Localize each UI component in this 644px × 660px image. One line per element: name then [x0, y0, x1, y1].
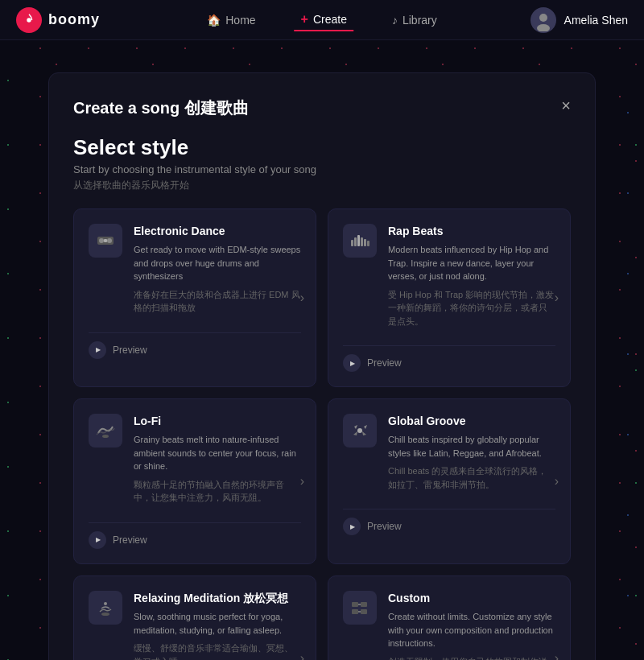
svg-rect-8: [104, 239, 107, 242]
style-card-electronic-dance[interactable]: Electronic Dance Get ready to move with …: [73, 208, 316, 387]
nav-home-label: Home: [225, 14, 255, 27]
preview-label-global-groove: Preview: [367, 521, 402, 532]
style-grid: Electronic Dance Get ready to move with …: [73, 208, 571, 660]
card-desc-custom: Create without limits. Customize any sty…: [388, 610, 555, 650]
style-card-global-groove[interactable]: Global Groove Chill beats inspired by gl…: [328, 398, 571, 564]
preview-button-global-groove[interactable]: [343, 518, 361, 535]
nav-library-label: Library: [402, 14, 437, 27]
card-title-custom: Custom: [388, 591, 555, 605]
nav-library[interactable]: ♪ Library: [386, 10, 444, 30]
svg-point-7: [107, 238, 112, 243]
dialog-title: Create a song 创建歌曲: [73, 97, 249, 119]
preview-label-rap-beats: Preview: [367, 357, 402, 369]
card-top: Relaxing Meditation 放松冥想 Slow, soothing …: [89, 591, 301, 660]
avatar: [530, 7, 556, 33]
svg-rect-10: [354, 237, 357, 246]
card-title-lo-fi: Lo-Fi: [134, 414, 301, 428]
create-plus-icon: +: [301, 12, 308, 27]
card-title-relaxing-meditation: Relaxing Meditation 放松冥想: [134, 591, 301, 605]
card-desc-lo-fi: Grainy beats melt into nature-infused am…: [134, 433, 301, 473]
library-icon: ♪: [392, 14, 398, 27]
card-desc-cn-lo-fi: 颗粒感十足的节拍融入自然的环境声音中，让您集中注意力，风雨无阻。: [134, 478, 301, 505]
card-preview-lo-fi: Preview: [89, 522, 301, 549]
arrow-icon: ›: [555, 651, 559, 660]
logo-icon: [16, 7, 42, 33]
card-top: Rap Beats Modern beats influenced by Hip…: [343, 224, 555, 328]
card-preview-electronic-dance: Preview: [89, 332, 301, 359]
dialog-header: Create a song 创建歌曲 ×: [73, 97, 571, 119]
nav-create[interactable]: + Create: [295, 9, 353, 31]
navbar: boomy 🏠 Home + Create ♪ Library Amelia S…: [0, 0, 644, 40]
relaxing-meditation-icon: [89, 591, 122, 625]
svg-rect-14: [367, 241, 369, 246]
svg-rect-19: [352, 602, 358, 607]
svg-rect-12: [361, 237, 363, 246]
card-desc-cn-rap-beats: 受 Hip Hop 和 Trap 影响的现代节拍，激发一种新的舞蹈，将你的诗句分…: [388, 288, 555, 328]
card-text: Electronic Dance Get ready to move with …: [134, 224, 301, 315]
card-preview-rap-beats: Preview: [343, 345, 555, 372]
svg-rect-11: [357, 235, 360, 246]
svg-point-3: [539, 14, 547, 22]
electronic-dance-icon: [89, 224, 122, 258]
style-card-custom[interactable]: Custom Create without limits. Customize …: [328, 575, 571, 660]
card-title-electronic-dance: Electronic Dance: [134, 224, 301, 238]
preview-label-electronic-dance: Preview: [113, 344, 147, 356]
svg-rect-13: [364, 239, 366, 246]
card-top: Custom Create without limits. Customize …: [343, 591, 555, 660]
style-card-relaxing-meditation[interactable]: Relaxing Meditation 放松冥想 Slow, soothing …: [73, 575, 316, 660]
logo[interactable]: boomy: [16, 7, 100, 33]
card-text: Custom Create without limits. Customize …: [388, 591, 555, 660]
card-text: Global Groove Chill beats inspired by gl…: [388, 414, 555, 491]
card-text: Relaxing Meditation 放松冥想 Slow, soothing …: [134, 591, 301, 660]
logo-text: boomy: [48, 11, 100, 28]
nav-links: 🏠 Home + Create ♪ Library: [200, 9, 444, 31]
style-card-lo-fi[interactable]: Lo-Fi Grainy beats melt into nature-infu…: [73, 398, 316, 564]
preview-button-lo-fi[interactable]: [89, 531, 106, 549]
card-title-rap-beats: Rap Beats: [388, 224, 555, 238]
arrow-icon: ›: [555, 474, 559, 489]
preview-label-lo-fi: Preview: [113, 534, 147, 546]
svg-rect-20: [361, 602, 367, 607]
svg-point-15: [102, 435, 109, 438]
arrow-icon: ›: [300, 651, 304, 660]
card-desc-cn-custom: 创造无限制。使用您自己的构图和制作说明定制任何风格。: [388, 655, 555, 660]
preview-button-rap-beats[interactable]: [343, 354, 361, 372]
card-desc-global-groove: Chill beats inspired by globally popular…: [388, 433, 555, 460]
style-card-rap-beats[interactable]: Rap Beats Modern beats influenced by Hip…: [328, 208, 571, 387]
preview-button-electronic-dance[interactable]: [89, 341, 106, 359]
svg-rect-9: [351, 240, 353, 246]
card-top: Lo-Fi Grainy beats melt into nature-infu…: [89, 414, 301, 505]
svg-rect-22: [361, 609, 367, 614]
svg-point-18: [101, 613, 109, 616]
custom-icon: [343, 591, 377, 625]
card-desc-cn-global-groove: Chill beats 的灵感来自全球流行的风格，如拉丁、雷鬼和非洲节拍。: [388, 464, 555, 491]
svg-point-6: [99, 238, 104, 243]
svg-point-16: [357, 428, 362, 433]
user-menu[interactable]: Amelia Shen: [530, 7, 628, 33]
svg-rect-21: [352, 609, 358, 614]
section-subtext-cn: 从选择歌曲的器乐风格开始: [73, 179, 571, 192]
create-song-dialog: Create a song 创建歌曲 × Select style Start …: [48, 72, 596, 660]
card-title-global-groove: Global Groove: [388, 414, 555, 428]
card-desc-rap-beats: Modern beats influenced by Hip Hop and T…: [388, 243, 555, 283]
card-desc-relaxing-meditation: Slow, soothing music perfect for yoga, m…: [134, 610, 301, 637]
arrow-icon: ›: [555, 291, 559, 305]
svg-point-1: [27, 18, 31, 22]
global-groove-icon: [343, 414, 377, 448]
section-subtext: Start by choosing the instrumental style…: [73, 163, 571, 175]
svg-point-17: [104, 602, 107, 605]
card-top: Electronic Dance Get ready to move with …: [89, 224, 301, 315]
rap-beats-icon: [343, 224, 377, 258]
card-desc-cn-relaxing-meditation: 缓慢、舒缓的音乐非常适合瑜伽、冥想、学习或入睡。: [134, 641, 301, 660]
home-icon: 🏠: [207, 14, 221, 27]
close-button[interactable]: ×: [561, 97, 571, 113]
lo-fi-icon: [89, 414, 122, 448]
card-preview-global-groove: Preview: [343, 509, 555, 535]
card-desc-cn-electronic-dance: 准备好在巨大的鼓和合成器上进行 EDM 风格的扫描和拖放: [134, 288, 301, 315]
card-text: Rap Beats Modern beats influenced by Hip…: [388, 224, 555, 328]
username: Amelia Shen: [564, 14, 628, 27]
main-content: Create a song 创建歌曲 × Select style Start …: [0, 40, 644, 660]
nav-home[interactable]: 🏠 Home: [200, 10, 262, 30]
section-heading: Select style: [73, 135, 571, 160]
arrow-icon: ›: [300, 474, 304, 489]
